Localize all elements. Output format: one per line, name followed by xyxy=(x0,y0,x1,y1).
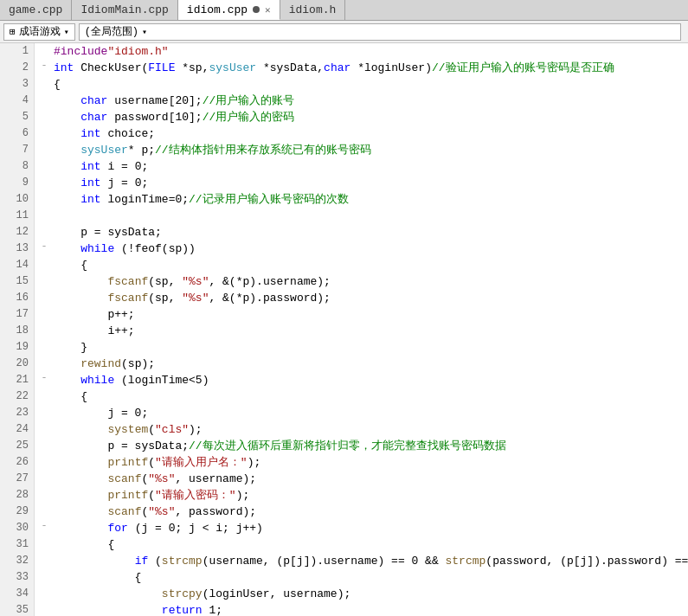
code-text: { xyxy=(54,388,87,405)
code-line: scanf("%s", username); xyxy=(42,471,688,487)
code-text: char password[10];//用户输入的密码 xyxy=(54,109,294,125)
tab-idiom-h[interactable]: idiom.h xyxy=(280,0,346,20)
code-line: fscanf(sp, "%s", &(*p).password); xyxy=(42,290,688,306)
code-line: system("cls"); xyxy=(42,421,688,438)
code-text: return 1; xyxy=(54,602,222,616)
collapse-icon xyxy=(42,76,54,93)
tab-bar: game.cpp IdiomMain.cpp idiom.cpp ✕ idiom… xyxy=(0,0,688,21)
code-line: p = sysData; xyxy=(42,224,688,241)
collapse-icon xyxy=(42,93,54,109)
collapse-icon xyxy=(42,536,54,553)
file-dropdown-arrow: ▾ xyxy=(142,27,147,37)
code-text: sysUser* p;//结构体指针用来存放系统已有的账号密码 xyxy=(54,142,371,158)
scope-icon: ⊞ xyxy=(10,26,16,37)
collapse-icon xyxy=(42,208,54,224)
code-text: rewind(sp); xyxy=(54,356,155,372)
code-line: ⁻int CheckUser(FILE *sp,sysUser *sysData… xyxy=(42,60,688,76)
code-text: int loginTime=0;//记录用户输入账号密码的次数 xyxy=(54,191,349,208)
code-line: j = 0; xyxy=(42,405,688,421)
code-line: strcpy(loginUser, username); xyxy=(42,586,688,602)
code-text: system("cls"); xyxy=(54,421,203,438)
code-text: scanf("%s", username); xyxy=(54,471,256,487)
file-selector[interactable]: (全局范围) ▾ xyxy=(79,23,681,41)
code-text: { xyxy=(54,257,87,273)
collapse-icon xyxy=(42,356,54,372)
collapse-icon xyxy=(42,273,54,290)
collapse-icon xyxy=(42,142,54,158)
code-line: rewind(sp); xyxy=(42,356,688,372)
code-line: p = sysData;//每次进入循环后重新将指针归零，才能完整查找账号密码数… xyxy=(42,438,688,454)
collapse-icon xyxy=(42,109,54,125)
code-line: int loginTime=0;//记录用户输入账号密码的次数 xyxy=(42,191,688,208)
collapse-icon xyxy=(42,405,54,421)
code-line: printf("请输入用户名："); xyxy=(42,454,688,471)
code-line: ⁻ while (loginTime<5) xyxy=(42,372,688,388)
collapse-icon xyxy=(42,602,54,616)
code-line: ⁻ while (!feof(sp)) xyxy=(42,241,688,257)
collapse-icon[interactable]: ⁻ xyxy=(42,241,54,257)
tab-game-cpp[interactable]: game.cpp xyxy=(0,0,72,20)
code-line: #include"idiom.h" xyxy=(42,43,688,60)
collapse-icon xyxy=(42,224,54,241)
code-line: scanf("%s", password); xyxy=(42,504,688,520)
scope-selector[interactable]: ⊞ 成语游戏 ▾ xyxy=(3,23,75,41)
code-line: { xyxy=(42,257,688,273)
close-tab-button[interactable]: ✕ xyxy=(265,4,271,16)
code-text: fscanf(sp, "%s", &(*p).password); xyxy=(54,290,331,306)
collapse-icon xyxy=(42,125,54,142)
toolbar: ⊞ 成语游戏 ▾ (全局范围) ▾ xyxy=(0,21,688,43)
code-text: printf("请输入密码："); xyxy=(54,487,249,504)
code-line: i++; xyxy=(42,323,688,339)
collapse-icon xyxy=(42,586,54,602)
code-line: sysUser* p;//结构体指针用来存放系统已有的账号密码 xyxy=(42,142,688,158)
collapse-icon xyxy=(42,290,54,306)
code-line: int choice; xyxy=(42,125,688,142)
code-text: fscanf(sp, "%s", &(*p).username); xyxy=(54,273,331,290)
code-text: i++; xyxy=(54,323,135,339)
code-text: { xyxy=(54,536,114,553)
code-text: for (j = 0; j < i; j++) xyxy=(54,520,263,536)
collapse-icon[interactable]: ⁻ xyxy=(42,60,54,76)
modified-indicator xyxy=(253,6,260,13)
code-text: char username[20];//用户输入的账号 xyxy=(54,93,294,109)
collapse-icon xyxy=(42,553,54,569)
collapse-icon[interactable]: ⁻ xyxy=(42,372,54,388)
code-text: { xyxy=(54,569,141,586)
collapse-icon[interactable]: ⁻ xyxy=(42,520,54,536)
code-text: p = sysData; xyxy=(54,224,162,241)
code-line: int j = 0; xyxy=(42,175,688,191)
collapse-icon xyxy=(42,175,54,191)
collapse-icon xyxy=(42,191,54,208)
tab-idiommain-cpp[interactable]: IdiomMain.cpp xyxy=(72,0,177,20)
collapse-icon xyxy=(42,504,54,520)
code-text: while (!feof(sp)) xyxy=(54,241,196,257)
file-label: (全局范围) xyxy=(85,24,138,39)
collapse-icon xyxy=(42,421,54,438)
scope-dropdown-arrow: ▾ xyxy=(64,27,69,37)
code-line: { xyxy=(42,536,688,553)
code-text: { xyxy=(54,76,61,93)
code-text: scanf("%s", password); xyxy=(54,504,256,520)
code-text: int choice; xyxy=(54,125,155,142)
code-text: if (strcmp(username, (p[j]).username) ==… xyxy=(54,553,688,569)
code-text: int j = 0; xyxy=(54,175,148,191)
code-content: #include"idiom.h"⁻int CheckUser(FILE *sp… xyxy=(35,43,688,616)
code-line: } xyxy=(42,339,688,356)
code-text: } xyxy=(54,339,87,356)
code-line xyxy=(42,208,688,224)
code-line: char username[20];//用户输入的账号 xyxy=(42,93,688,109)
code-line: printf("请输入密码："); xyxy=(42,487,688,504)
code-text: int i = 0; xyxy=(54,158,148,175)
code-line: fscanf(sp, "%s", &(*p).username); xyxy=(42,273,688,290)
collapse-icon xyxy=(42,257,54,273)
scope-label: 成语游戏 xyxy=(19,24,61,39)
code-text: #include"idiom.h" xyxy=(54,43,169,60)
code-area: 1234567891011121314151617181920212223242… xyxy=(0,43,688,616)
collapse-icon xyxy=(42,158,54,175)
code-line: ⁻ for (j = 0; j < i; j++) xyxy=(42,520,688,536)
code-line: { xyxy=(42,76,688,93)
tab-idiom-cpp[interactable]: idiom.cpp ✕ xyxy=(178,0,280,20)
code-text: j = 0; xyxy=(54,405,148,421)
code-line: int i = 0; xyxy=(42,158,688,175)
code-line: { xyxy=(42,388,688,405)
